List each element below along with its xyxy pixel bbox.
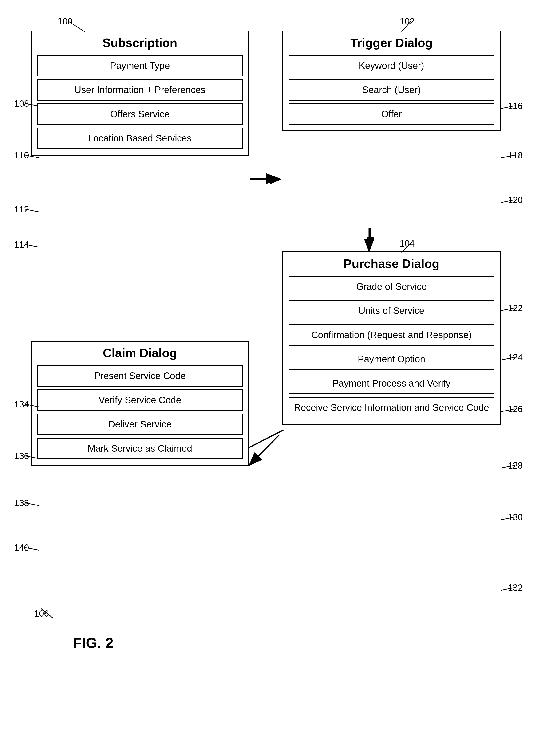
offer-item: Offer — [289, 103, 494, 125]
deliver-service-item: Deliver Service — [37, 414, 242, 435]
ref-138: 138 — [14, 498, 29, 508]
present-service-code-item: Present Service Code — [37, 365, 242, 387]
ref-108: 108 — [14, 99, 29, 109]
claim-dialog-title: Claim Dialog — [31, 342, 248, 362]
confirmation-item: Confirmation (Request and Response) — [289, 324, 494, 346]
user-info-item: User Information + Preferences — [37, 79, 242, 101]
ref-136: 136 — [14, 451, 29, 461]
ref-112: 112 — [14, 204, 29, 215]
fig-label: FIG. 2 — [73, 635, 113, 651]
ref-102: 102 — [400, 16, 415, 27]
subscription-title: Subscription — [31, 31, 248, 52]
ref-132: 132 — [508, 583, 523, 593]
ref-124: 124 — [508, 353, 523, 363]
ref-114: 114 — [14, 240, 29, 250]
ref-122: 122 — [508, 303, 523, 313]
verify-service-code-item: Verify Service Code — [37, 389, 242, 411]
keyword-user-item: Keyword (User) — [289, 55, 494, 76]
trigger-dialog-title: Trigger Dialog — [283, 31, 500, 52]
ref-140: 140 — [14, 543, 29, 553]
mark-service-claimed-item: Mark Service as Claimed — [37, 438, 242, 459]
payment-type-item: Payment Type — [37, 55, 242, 76]
ref-130: 130 — [508, 512, 523, 522]
ref-128: 128 — [508, 461, 523, 471]
purchase-dialog-title: Purchase Dialog — [283, 252, 500, 273]
search-user-item: Search (User) — [289, 79, 494, 101]
ref-104: 104 — [400, 239, 415, 249]
ref-126: 126 — [508, 404, 523, 414]
ref-100: 100 — [58, 16, 72, 27]
ref-110: 110 — [14, 150, 29, 161]
subscription-box: Subscription Payment Type User Informati… — [31, 31, 249, 156]
diagram: Subscription Payment Type User Informati… — [0, 0, 549, 756]
grade-of-service-item: Grade of Service — [289, 276, 494, 297]
ref-134: 134 — [14, 400, 29, 410]
payment-process-item: Payment Process and Verify — [289, 373, 494, 394]
svg-line-3 — [249, 435, 279, 465]
receive-service-item: Receive Service Information and Service … — [289, 397, 494, 418]
claim-dialog-box: Claim Dialog Present Service Code Verify… — [31, 341, 249, 466]
units-of-service-item: Units of Service — [289, 300, 494, 321]
location-based-item: Location Based Services — [37, 128, 242, 149]
trigger-dialog-box: Trigger Dialog Keyword (User) Search (Us… — [282, 31, 501, 131]
ref-120: 120 — [508, 195, 523, 205]
ref-118: 118 — [508, 150, 523, 161]
payment-option-item: Payment Option — [289, 349, 494, 370]
purchase-dialog-box: Purchase Dialog Grade of Service Units o… — [282, 251, 501, 425]
ref-106: 106 — [34, 609, 49, 619]
ref-116: 116 — [508, 101, 523, 111]
offers-service-item: Offers Service — [37, 103, 242, 125]
